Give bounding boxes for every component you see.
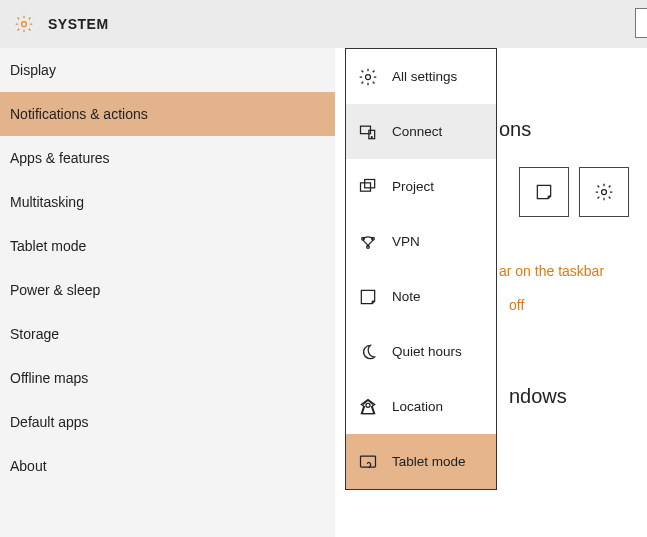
- link-system-icons[interactable]: off: [509, 297, 633, 313]
- flyout-item-label: Tablet mode: [392, 454, 466, 469]
- flyout-item-label: All settings: [392, 69, 457, 84]
- connect-icon: [358, 122, 378, 142]
- flyout-item-project[interactable]: Project: [346, 159, 496, 214]
- sidebar-item-label: Offline maps: [10, 370, 88, 386]
- gear-icon: [14, 14, 34, 34]
- sidebar-item-label: Power & sleep: [10, 282, 100, 298]
- flyout-item-label: Note: [392, 289, 421, 304]
- link-taskbar-icons[interactable]: ar on the taskbar: [499, 263, 633, 279]
- flyout-item-label: Quiet hours: [392, 344, 462, 359]
- sidebar-item-label: Default apps: [10, 414, 89, 430]
- flyout-item-vpn[interactable]: VPN: [346, 214, 496, 269]
- settings-sidebar: Display Notifications & actions Apps & f…: [0, 48, 335, 537]
- svg-rect-12: [361, 456, 376, 467]
- sidebar-item-label: About: [10, 458, 47, 474]
- tablet-icon: [358, 452, 378, 472]
- page-title: ons: [499, 118, 633, 141]
- sidebar-item-multitasking[interactable]: Multitasking: [0, 180, 335, 224]
- sidebar-item-about[interactable]: About: [0, 444, 335, 488]
- sidebar-item-label: Storage: [10, 326, 59, 342]
- settings-header: SYSTEM: [0, 0, 647, 48]
- svg-point-1: [602, 190, 607, 195]
- gear-icon: [358, 67, 378, 87]
- sidebar-item-default-apps[interactable]: Default apps: [0, 400, 335, 444]
- flyout-item-tablet-mode[interactable]: Tablet mode: [346, 434, 496, 489]
- svg-rect-6: [361, 182, 371, 190]
- flyout-item-location[interactable]: Location: [346, 379, 496, 434]
- svg-point-0: [22, 22, 27, 27]
- svg-rect-7: [365, 179, 375, 187]
- sidebar-item-notifications[interactable]: Notifications & actions: [0, 92, 335, 136]
- sidebar-item-label: Multitasking: [10, 194, 84, 210]
- svg-point-2: [366, 74, 371, 79]
- sidebar-item-label: Tablet mode: [10, 238, 86, 254]
- sidebar-item-power-sleep[interactable]: Power & sleep: [0, 268, 335, 312]
- flyout-item-all-settings[interactable]: All settings: [346, 49, 496, 104]
- header-title: SYSTEM: [48, 16, 109, 32]
- sidebar-item-tablet-mode[interactable]: Tablet mode: [0, 224, 335, 268]
- quick-action-note[interactable]: [519, 167, 569, 217]
- svg-point-5: [371, 136, 372, 137]
- sidebar-item-display[interactable]: Display: [0, 48, 335, 92]
- action-center-flyout: All settings Connect Project VPN Note Qu…: [345, 48, 497, 490]
- sidebar-item-label: Notifications & actions: [10, 106, 148, 122]
- sidebar-item-label: Display: [10, 62, 56, 78]
- flyout-item-connect[interactable]: Connect: [346, 104, 496, 159]
- project-icon: [358, 177, 378, 197]
- flyout-item-label: VPN: [392, 234, 420, 249]
- search-button[interactable]: [635, 8, 647, 38]
- sidebar-item-storage[interactable]: Storage: [0, 312, 335, 356]
- flyout-item-label: Project: [392, 179, 434, 194]
- flyout-item-label: Location: [392, 399, 443, 414]
- sidebar-item-label: Apps & features: [10, 150, 110, 166]
- flyout-item-label: Connect: [392, 124, 442, 139]
- quick-action-settings[interactable]: [579, 167, 629, 217]
- note-icon: [358, 287, 378, 307]
- notifications-heading: ndows: [509, 385, 633, 408]
- moon-icon: [358, 342, 378, 362]
- svg-point-11: [366, 403, 370, 407]
- flyout-item-note[interactable]: Note: [346, 269, 496, 324]
- vpn-icon: [358, 232, 378, 252]
- sidebar-item-apps[interactable]: Apps & features: [0, 136, 335, 180]
- location-icon: [358, 397, 378, 417]
- flyout-item-quiet-hours[interactable]: Quiet hours: [346, 324, 496, 379]
- sidebar-item-offline-maps[interactable]: Offline maps: [0, 356, 335, 400]
